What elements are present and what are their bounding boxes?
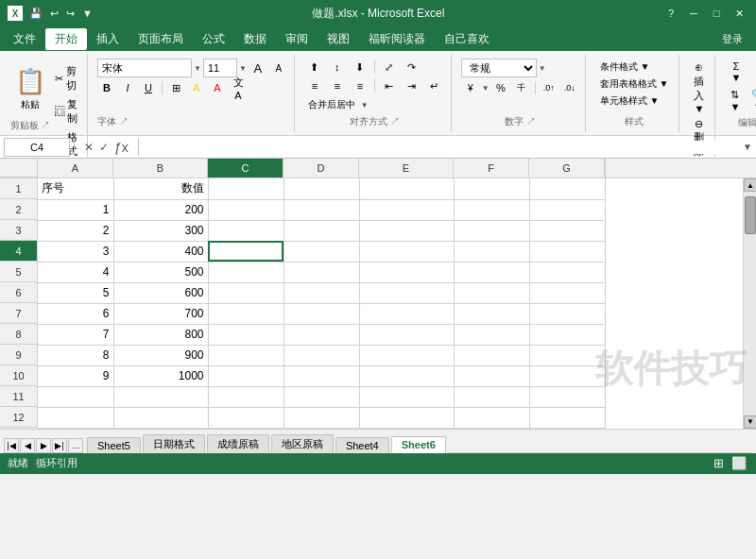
sheet-tab-scores[interactable]: 成绩原稿 <box>207 434 269 453</box>
cell-a2[interactable]: 1 <box>38 199 113 220</box>
cell-c3[interactable] <box>208 220 284 241</box>
align-bottom-btn[interactable]: ⬇ <box>350 59 370 76</box>
cell-b2[interactable]: 200 <box>113 199 208 220</box>
cell-a8[interactable]: 7 <box>38 324 113 345</box>
qa-dropdown-btn[interactable]: ▼ <box>79 6 95 21</box>
cell-c9[interactable] <box>208 345 284 365</box>
cell-f7[interactable] <box>454 303 529 324</box>
merge-center-btn[interactable]: 合并后居中 <box>304 96 359 113</box>
cell-a5[interactable]: 4 <box>38 262 113 282</box>
cell-d4[interactable] <box>284 241 359 262</box>
copy-btn[interactable]: ⿴复制 <box>51 95 81 127</box>
col-header-d[interactable]: D <box>284 159 359 178</box>
row-num-6[interactable]: 6 <box>0 282 38 303</box>
insert-cells-btn[interactable]: ⊕ 插入 ▼ <box>689 59 709 116</box>
conditional-format-btn[interactable]: 条件格式 ▼ <box>595 59 655 76</box>
name-box[interactable] <box>4 138 70 157</box>
cell-b12[interactable] <box>113 407 208 428</box>
cell-c1[interactable] <box>208 178 284 199</box>
col-header-a[interactable]: A <box>38 159 113 178</box>
menu-formula[interactable]: 公式 <box>193 28 234 50</box>
cell-c5[interactable] <box>208 262 284 282</box>
italic-btn[interactable]: I <box>118 79 137 96</box>
cell-c6[interactable] <box>208 282 284 303</box>
cell-a4[interactable]: 3 <box>38 241 113 262</box>
font-color-btn[interactable]: A <box>208 79 227 96</box>
help-btn[interactable]: ? <box>662 4 680 23</box>
cell-e10[interactable] <box>359 365 454 386</box>
cell-f10[interactable] <box>454 365 529 386</box>
cell-f12[interactable] <box>454 407 529 428</box>
menu-file[interactable]: 文件 <box>4 28 45 50</box>
cell-e1[interactable] <box>359 178 454 199</box>
expand-formula-bar-btn[interactable]: ▼ <box>743 142 752 152</box>
row-num-7[interactable]: 7 <box>0 303 38 324</box>
cancel-formula-btn[interactable]: ✕ <box>82 140 95 155</box>
cell-c11[interactable] <box>208 386 284 407</box>
decrease-font-btn[interactable]: A <box>269 59 288 76</box>
cell-e9[interactable] <box>359 345 454 365</box>
cell-b7[interactable]: 700 <box>113 303 208 324</box>
row-num-12[interactable]: 12 <box>0 407 38 428</box>
cell-b10[interactable]: 1000 <box>113 365 208 386</box>
cell-d5[interactable] <box>284 262 359 282</box>
fill-btn[interactable]: ↓ ▼ <box>748 59 756 85</box>
cell-e12[interactable] <box>359 407 454 428</box>
cell-b8[interactable]: 800 <box>113 324 208 345</box>
confirm-formula-btn[interactable]: ✓ <box>97 140 111 155</box>
align-top-btn[interactable]: ⬆ <box>304 59 325 76</box>
menu-page-layout[interactable]: 页面布局 <box>129 28 193 50</box>
cell-f5[interactable] <box>454 262 529 282</box>
cell-b9[interactable]: 900 <box>113 345 208 365</box>
menu-login[interactable]: 登录 <box>713 29 752 49</box>
row-num-5[interactable]: 5 <box>0 262 38 282</box>
cell-d8[interactable] <box>284 324 359 345</box>
percent-btn[interactable]: % <box>491 79 510 96</box>
cell-g6[interactable] <box>529 282 605 303</box>
tab-more-btn[interactable]: … <box>68 438 83 453</box>
minimize-btn[interactable]: ─ <box>684 4 703 23</box>
format-as-table-btn[interactable]: 套用表格格式 ▼ <box>595 76 674 93</box>
cell-g5[interactable] <box>529 262 605 282</box>
cell-e6[interactable] <box>359 282 454 303</box>
row-num-9[interactable]: 9 <box>0 345 38 365</box>
save-quick-btn[interactable]: 💾 <box>26 6 45 22</box>
cell-b11[interactable] <box>113 386 208 407</box>
cell-d3[interactable] <box>284 220 359 241</box>
maximize-btn[interactable]: □ <box>707 4 726 23</box>
vertical-scrollbar[interactable]: ▲ ▼ <box>743 178 756 429</box>
sheet-tab-region[interactable]: 地区原稿 <box>271 434 334 453</box>
scroll-up-btn[interactable]: ▲ <box>744 178 756 192</box>
menu-insert[interactable]: 插入 <box>87 28 129 50</box>
cell-g3[interactable] <box>529 220 605 241</box>
cell-g9[interactable] <box>529 345 605 365</box>
cell-d1[interactable] <box>284 178 359 199</box>
col-header-f[interactable]: F <box>454 159 529 178</box>
cell-b5[interactable]: 500 <box>113 262 208 282</box>
bold-btn[interactable]: B <box>97 79 116 96</box>
cell-a11[interactable] <box>38 386 113 407</box>
number-format-select[interactable]: 常规 数字 文本 货币 百分比 <box>461 59 537 77</box>
normal-view-btn[interactable]: ⊞ <box>712 456 726 470</box>
sheet-tab-sheet6[interactable]: Sheet6 <box>391 436 446 453</box>
close-btn[interactable]: ✕ <box>730 4 748 23</box>
cell-f11[interactable] <box>454 386 529 407</box>
scroll-thumb[interactable] <box>745 196 756 234</box>
currency-btn[interactable]: ¥ <box>461 79 480 96</box>
align-left-btn[interactable]: ≡ <box>304 77 325 94</box>
menu-home[interactable]: 开始 <box>45 28 87 50</box>
sheet-tab-date[interactable]: 日期格式 <box>143 434 205 453</box>
redo-quick-btn[interactable]: ↪ <box>63 6 77 22</box>
row-num-4[interactable]: 4 <box>0 241 38 262</box>
row-num-11[interactable]: 11 <box>0 386 38 407</box>
cell-e8[interactable] <box>359 324 454 345</box>
tab-first-btn[interactable]: |◀ <box>4 438 19 453</box>
cell-f2[interactable] <box>454 199 529 220</box>
row-num-3[interactable]: 3 <box>0 220 38 241</box>
row-num-8[interactable]: 8 <box>0 324 38 345</box>
cell-g2[interactable] <box>529 199 605 220</box>
undo-quick-btn[interactable]: ↩ <box>47 6 61 22</box>
cell-g7[interactable] <box>529 303 605 324</box>
cell-f3[interactable] <box>454 220 529 241</box>
cell-g4[interactable] <box>529 241 605 262</box>
